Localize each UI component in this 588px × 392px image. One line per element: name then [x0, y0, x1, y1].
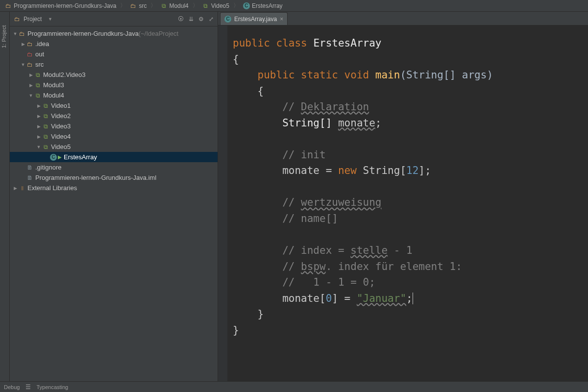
folder-icon: 🗀: [26, 41, 33, 48]
folder-icon: 🗀: [5, 2, 12, 9]
tree-node[interactable]: ⧉Video4: [10, 131, 218, 142]
breadcrumb-item[interactable]: ⧉Video5: [200, 1, 231, 10]
tree-node[interactable]: ⧉Video3: [10, 121, 218, 131]
folder-icon: 🗀: [19, 30, 25, 37]
tree-node[interactable]: ⧉Video5: [10, 142, 218, 152]
tree-arrow-icon[interactable]: [35, 103, 42, 108]
tree-node[interactable]: ⧉Video2: [10, 111, 218, 121]
tree-arrow-icon[interactable]: [35, 134, 42, 139]
breadcrumb-separator: 〉: [150, 1, 156, 10]
folder-red-icon: 🗀: [26, 51, 33, 58]
tree-node[interactable]: 🗎.gitignore: [10, 162, 218, 172]
package-icon: ⧉: [42, 113, 49, 120]
project-panel-title: Project: [24, 16, 42, 23]
tree-arrow-icon[interactable]: [12, 31, 19, 36]
package-icon: ⧉: [34, 72, 41, 78]
tree-node[interactable]: ⧉Modul3: [10, 80, 218, 90]
tree-arrow-icon[interactable]: [20, 42, 26, 47]
breadcrumb-item[interactable]: ⧉Modul4: [158, 1, 190, 10]
tree-node[interactable]: ⫴External Libraries: [10, 183, 218, 193]
tree-node[interactable]: 🗀Programmieren-lernen-Grundkurs-Java (~/…: [10, 28, 218, 39]
breadcrumb-item[interactable]: 🗀src: [128, 1, 148, 10]
editor-tab-erstesarray[interactable]: C ErstesArray.java ×: [220, 12, 288, 25]
status-run-config[interactable]: Typencasting: [36, 384, 68, 390]
tree-node[interactable]: 🗀src: [10, 59, 218, 70]
tree-node-label: Video2: [51, 112, 71, 120]
tree-node-label: .idea: [35, 40, 49, 48]
tree-node-label: Video5: [51, 143, 71, 150]
tree-arrow-icon[interactable]: [27, 93, 34, 98]
tree-arrow-icon[interactable]: [27, 73, 34, 77]
breadcrumb-item[interactable]: CErstesArray: [241, 1, 285, 10]
package-icon: ⧉: [34, 92, 41, 99]
tool-window-stripe-left: 1: Project: [0, 12, 10, 381]
close-tab-icon[interactable]: ×: [280, 16, 283, 23]
file-icon: 🗎: [26, 174, 33, 181]
tree-arrow-icon[interactable]: [20, 62, 26, 67]
breadcrumb-separator: 〉: [120, 1, 126, 10]
class-icon: C: [50, 154, 57, 161]
package-icon: ⧉: [160, 2, 167, 9]
panel-tool-button[interactable]: ⚙: [198, 16, 204, 23]
editor-area: C ErstesArray.java × public class Erstes…: [218, 12, 588, 381]
tree-node-label: Modul2.Video3: [43, 71, 86, 78]
folder-icon: 🗀: [130, 2, 137, 9]
tree-node-label: Modul3: [43, 81, 64, 89]
package-icon: ⧉: [202, 2, 209, 9]
breadcrumb-label: Programmieren-lernen-Grundkurs-Java: [14, 2, 116, 9]
file-icon: 🗎: [26, 164, 33, 171]
editor-tab-label: ErstesArray.java: [234, 16, 277, 23]
class-icon: C: [243, 2, 250, 9]
panel-tool-button[interactable]: ⦿: [178, 16, 184, 23]
tree-node[interactable]: 🗀out: [10, 49, 218, 59]
tree-node-label: Video4: [51, 133, 71, 140]
project-icon: 🗀: [14, 16, 21, 23]
tree-node[interactable]: ⧉Modul4: [10, 90, 218, 100]
breadcrumb-label: ErstesArray: [252, 2, 283, 9]
status-debug[interactable]: Debug: [4, 384, 20, 390]
code-editor[interactable]: public class ErstesArray { public static…: [228, 25, 588, 381]
tree-node-label: ErstesArray: [64, 153, 97, 161]
project-tree[interactable]: 🗀Programmieren-lernen-Grundkurs-Java (~/…: [10, 26, 218, 381]
project-panel: 🗀 Project ⦿⇊⚙⤢ 🗀Programmieren-lernen-Gru…: [10, 12, 218, 381]
run-config-icon: ☰: [24, 384, 31, 391]
folder-icon: 🗀: [26, 61, 33, 68]
tree-node-label: .gitignore: [35, 164, 61, 171]
tree-node[interactable]: ⧉Modul2.Video3: [10, 70, 218, 80]
project-toolwindow-tab[interactable]: 1: Project: [0, 12, 8, 51]
tree-node-hint: (~/IdeaProject: [139, 30, 178, 37]
package-icon: ⧉: [42, 102, 49, 109]
tree-node-label: out: [35, 50, 44, 58]
status-bar: Debug ☰ Typencasting: [0, 381, 588, 392]
editor-gutter: [218, 25, 228, 381]
package-icon: ⧉: [42, 133, 49, 140]
tree-node[interactable]: ⧉Video1: [10, 100, 218, 111]
editor-tabs: C ErstesArray.java ×: [218, 12, 588, 25]
tree-node-label: Video3: [51, 122, 71, 130]
tree-arrow-icon[interactable]: [35, 114, 42, 119]
package-icon: ⧉: [42, 144, 49, 150]
tree-node-label: Programmieren-lernen-Grundkurs-Java: [27, 30, 139, 37]
breadcrumb-label: src: [139, 2, 147, 9]
tree-node-label: Programmieren-lernen-Grundkurs-Java.iml: [35, 174, 156, 181]
lib-icon: ⫴: [19, 185, 25, 192]
package-icon: ⧉: [42, 123, 49, 130]
breadcrumb-item[interactable]: 🗀Programmieren-lernen-Grundkurs-Java: [3, 1, 118, 10]
breadcrumb-separator: 〉: [233, 1, 239, 10]
panel-tool-button[interactable]: ⤢: [209, 16, 214, 23]
breadcrumb-label: Modul4: [169, 2, 188, 9]
tree-arrow-icon[interactable]: [12, 186, 19, 191]
tree-arrow-icon[interactable]: [35, 145, 42, 149]
breadcrumb-label: Video5: [211, 2, 229, 9]
tree-arrow-icon[interactable]: [27, 83, 34, 88]
panel-tool-button[interactable]: ⇊: [189, 16, 194, 23]
tree-node-label: src: [35, 61, 44, 68]
tree-node[interactable]: 🗎Programmieren-lernen-Grundkurs-Java.iml: [10, 172, 218, 183]
runnable-icon: ▶: [58, 154, 62, 160]
tree-node[interactable]: C▶ErstesArray: [10, 152, 218, 162]
project-panel-header: 🗀 Project ⦿⇊⚙⤢: [10, 12, 218, 26]
tree-node[interactable]: 🗀.idea: [10, 39, 218, 49]
project-view-dropdown[interactable]: [47, 17, 53, 22]
tree-arrow-icon[interactable]: [35, 124, 42, 129]
class-icon: C: [224, 16, 231, 23]
